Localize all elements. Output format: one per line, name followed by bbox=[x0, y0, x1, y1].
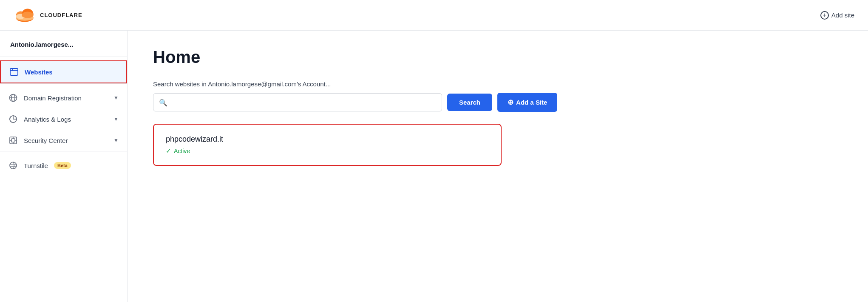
search-input-wrapper: 🔍 bbox=[153, 93, 442, 111]
sidebar-divider-2 bbox=[0, 83, 127, 84]
globe-icon bbox=[9, 93, 18, 103]
svg-point-5 bbox=[22, 11, 33, 18]
sidebar-item-websites[interactable]: Websites bbox=[0, 60, 127, 83]
logo-text: CLOUDFLARE bbox=[40, 12, 82, 18]
sidebar-item-analytics-label: Analytics & Logs bbox=[24, 116, 71, 123]
security-icon bbox=[9, 136, 18, 145]
plus-circle-icon: + bbox=[820, 11, 829, 20]
site-card[interactable]: phpcodewizard.it ✓ Active bbox=[153, 124, 502, 166]
browser-icon bbox=[9, 67, 19, 77]
sidebar-item-turnstile-label: Turnstile bbox=[24, 162, 48, 169]
svg-rect-6 bbox=[10, 68, 18, 75]
header-add-site-label: Add site bbox=[831, 11, 854, 19]
status-check-icon: ✓ bbox=[166, 147, 171, 155]
add-site-button[interactable]: ⊕ Add a Site bbox=[497, 93, 557, 112]
chevron-down-icon-3: ▼ bbox=[113, 137, 119, 143]
main-layout: Antonio.lamorgese... Websites bbox=[0, 31, 868, 302]
search-description: Search websites in Antonio.lamorgese@gma… bbox=[153, 80, 842, 88]
main-content: Home Search websites in Antonio.lamorges… bbox=[128, 31, 868, 302]
site-domain: phpcodewizard.it bbox=[166, 135, 489, 144]
sidebar-item-analytics-logs[interactable]: Analytics & Logs ▼ bbox=[0, 108, 127, 130]
site-status-label: Active bbox=[174, 148, 190, 154]
header-add-site-button[interactable]: + Add site bbox=[820, 11, 854, 20]
search-button[interactable]: Search bbox=[447, 94, 492, 111]
site-status: ✓ Active bbox=[166, 147, 489, 155]
add-site-button-label: Add a Site bbox=[516, 99, 547, 106]
turnstile-icon bbox=[9, 161, 18, 170]
sidebar-item-security-label: Security Center bbox=[24, 137, 68, 144]
sidebar-item-turnstile[interactable]: Turnstile Beta bbox=[0, 155, 127, 176]
search-row: 🔍 Search ⊕ Add a Site bbox=[153, 93, 842, 112]
cloudflare-logo-icon bbox=[14, 8, 36, 23]
sidebar-divider-3 bbox=[0, 151, 127, 151]
account-name: Antonio.lamorgese... bbox=[0, 41, 127, 57]
sidebar-item-domain-label: Domain Registration bbox=[24, 94, 82, 102]
sidebar-item-security-center[interactable]: Security Center ▼ bbox=[0, 130, 127, 151]
svg-rect-16 bbox=[11, 139, 15, 142]
sidebar-item-websites-label: Websites bbox=[25, 68, 53, 76]
chevron-down-icon: ▼ bbox=[113, 95, 119, 101]
chevron-down-icon-2: ▼ bbox=[113, 116, 119, 122]
add-site-plus-icon: ⊕ bbox=[508, 98, 513, 107]
sidebar: Antonio.lamorgese... Websites bbox=[0, 31, 128, 302]
chart-icon bbox=[9, 114, 18, 124]
svg-point-21 bbox=[10, 162, 17, 169]
beta-badge: Beta bbox=[54, 162, 71, 169]
search-input[interactable] bbox=[153, 93, 442, 111]
logo-area: CLOUDFLARE bbox=[14, 8, 82, 23]
search-icon: 🔍 bbox=[159, 98, 167, 106]
page-title: Home bbox=[153, 48, 842, 67]
header: CLOUDFLARE + Add site bbox=[0, 0, 868, 31]
sidebar-item-domain-registration[interactable]: Domain Registration ▼ bbox=[0, 87, 127, 108]
sidebar-divider bbox=[0, 57, 127, 57]
